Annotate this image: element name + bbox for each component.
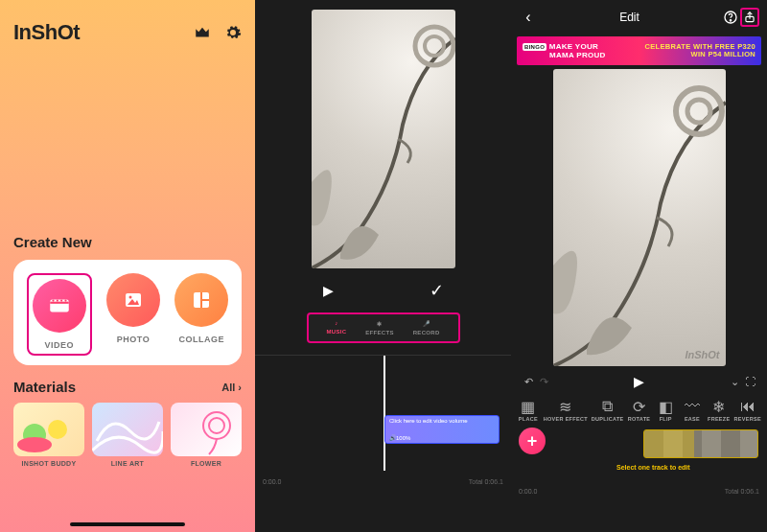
gear-icon[interactable]: [224, 24, 242, 41]
tool-place[interactable]: ▦PLACE: [517, 399, 540, 422]
tool-flip[interactable]: ◧FLIP: [654, 399, 677, 422]
svg-point-2: [52, 300, 54, 302]
time-current: 0:00.0: [519, 488, 537, 495]
photo-icon: [106, 273, 160, 327]
collage-tile-label: COLLAGE: [179, 335, 225, 344]
back-button[interactable]: ‹: [519, 8, 538, 27]
play-button[interactable]: ▶: [634, 374, 644, 389]
page-title: Edit: [538, 11, 721, 24]
music-editor-pane: ▶ ✓ ♪ MUSIC ✱ EFFECTS 🎤 RECORD Click her…: [255, 0, 511, 532]
volume-clip[interactable]: Click here to edit video volume 🔊100%: [384, 415, 500, 444]
materials-list[interactable]: INSHOT BUDDY LINE ART FLOWER: [13, 403, 242, 467]
time-current: 0:00.0: [263, 478, 281, 485]
ad-text-1: MAKE YOUR: [549, 42, 598, 51]
svg-point-4: [60, 300, 62, 302]
material-item[interactable]: LINE ART: [92, 403, 163, 467]
edit-header: ‹ Edit: [511, 0, 767, 35]
photo-tile-label: PHOTO: [117, 335, 150, 344]
brand-logo: InShOt: [13, 20, 80, 45]
ad-text-4: WIN P54 MILLION: [691, 50, 755, 58]
volume-hint: Click here to edit video volume: [389, 418, 495, 424]
freeze-icon: ❄: [710, 399, 728, 414]
create-new-heading: Create New: [13, 234, 242, 250]
home-indicator: [70, 522, 185, 526]
flip-icon: ◧: [657, 399, 674, 414]
tool-reverse[interactable]: ⏮REVERSE: [734, 399, 761, 422]
tool-duplicate[interactable]: ⧉DUPLICATE: [592, 399, 624, 422]
audio-tabs: ♪ MUSIC ✱ EFFECTS 🎤 RECORD: [307, 312, 460, 343]
svg-point-5: [64, 300, 66, 302]
tab-music[interactable]: ♪ MUSIC: [326, 320, 346, 335]
ease-icon: 〰: [684, 399, 701, 414]
timeline[interactable]: Click here to edit video volume 🔊100% 0:…: [255, 355, 511, 489]
material-item[interactable]: INSHOT BUDDY: [13, 403, 84, 467]
video-clip[interactable]: [643, 429, 758, 458]
material-item[interactable]: FLOWER: [171, 403, 242, 467]
hover-effect-icon: ≋: [557, 399, 574, 414]
playhead[interactable]: [384, 356, 385, 471]
video-icon: [33, 279, 86, 333]
svg-point-20: [730, 20, 731, 21]
volume-value: 🔊100%: [389, 434, 495, 441]
tool-ease[interactable]: 〰EASE: [681, 399, 704, 422]
microphone-icon: 🎤: [423, 320, 430, 327]
materials-all-link[interactable]: All ›: [221, 382, 242, 393]
ad-text-2: MAMA PROUD: [549, 51, 606, 59]
play-button[interactable]: ▶: [323, 283, 334, 298]
svg-point-8: [128, 296, 131, 299]
video-tile-label: VIDEO: [44, 340, 74, 350]
help-button[interactable]: [721, 8, 740, 27]
svg-point-18: [425, 36, 444, 56]
collage-icon: [174, 273, 228, 327]
material-label: INSHOT BUDDY: [22, 460, 77, 467]
tool-bar: ▦PLACE ≋HOVER EFFECT ⧉DUPLICATE ⟳ROTATE …: [511, 397, 767, 424]
watermark[interactable]: InShOt: [685, 349, 719, 360]
tab-label: EFFECTS: [365, 330, 393, 335]
home-top-bar: InShOt: [13, 13, 242, 52]
track-area[interactable]: + Select one track to edit 0:00.0 Total …: [511, 424, 767, 498]
undo-button[interactable]: ↶: [521, 374, 536, 389]
confirm-button[interactable]: ✓: [430, 280, 444, 301]
svg-rect-1: [50, 302, 69, 304]
place-icon: ▦: [520, 399, 537, 414]
time-total: Total 0:06.1: [469, 478, 503, 485]
tool-freeze[interactable]: ❄FREEZE: [708, 399, 731, 422]
video-preview[interactable]: InShOt: [553, 69, 726, 366]
select-hint: Select one track to edit: [616, 464, 690, 471]
collage-tile[interactable]: COLLAGE: [174, 273, 228, 356]
tool-hover-effect[interactable]: ≋HOVER EFFECT: [544, 399, 588, 422]
edit-pane: ‹ Edit BINGO MAKE YOUR MAMA PROUD CELEBR…: [511, 0, 767, 532]
create-new-card: VIDEO PHOTO COLLAGE: [13, 260, 242, 365]
sparkle-icon: ✱: [377, 320, 382, 327]
tool-rotate[interactable]: ⟳ROTATE: [628, 399, 651, 422]
svg-point-15: [203, 412, 230, 439]
svg-point-16: [209, 418, 224, 433]
tab-record[interactable]: 🎤 RECORD: [413, 320, 440, 335]
crown-icon[interactable]: [194, 24, 211, 41]
tab-label: MUSIC: [326, 329, 346, 335]
video-preview[interactable]: [312, 10, 455, 268]
materials-heading: Materials: [13, 379, 76, 395]
svg-point-3: [56, 300, 58, 302]
ad-banner[interactable]: BINGO MAKE YOUR MAMA PROUD CELEBRATE WIT…: [517, 36, 761, 65]
share-button[interactable]: [740, 8, 759, 27]
time-total: Total 0:06.1: [725, 488, 759, 495]
home-pane: InShOt Create New VIDEO PHOTO: [0, 0, 255, 532]
photo-tile[interactable]: PHOTO: [106, 273, 160, 356]
reverse-icon: ⏮: [739, 399, 756, 414]
fullscreen-button[interactable]: ⛶: [742, 374, 757, 389]
collapse-icon[interactable]: ⌄: [727, 374, 742, 389]
tab-label: RECORD: [413, 330, 440, 335]
video-tile[interactable]: VIDEO: [27, 273, 92, 356]
material-label: FLOWER: [191, 460, 221, 467]
material-label: LINE ART: [111, 460, 144, 467]
svg-point-23: [687, 100, 710, 123]
duplicate-icon: ⧉: [599, 399, 616, 414]
svg-point-13: [17, 437, 52, 452]
svg-point-14: [48, 420, 67, 439]
music-note-icon: ♪: [335, 320, 337, 326]
redo-button[interactable]: ↷: [536, 374, 551, 389]
rotate-icon: ⟳: [630, 399, 647, 414]
add-button[interactable]: +: [519, 428, 546, 454]
tab-effects[interactable]: ✱ EFFECTS: [365, 320, 393, 335]
